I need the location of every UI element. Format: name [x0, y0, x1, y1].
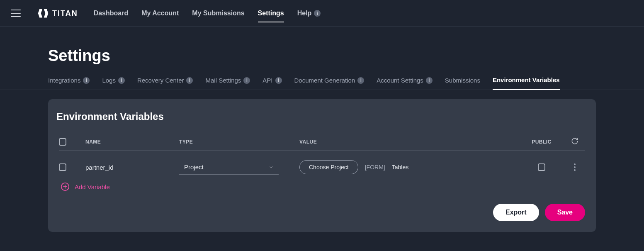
- info-icon: i: [357, 77, 364, 84]
- environment-variables-panel: Environment Variables NAME TYPE VALUE PU…: [48, 99, 596, 232]
- tab-environment-variables[interactable]: Environment Variables: [493, 76, 560, 90]
- table-row: partner_id Project Choose Project [FORM]…: [59, 151, 585, 181]
- row-menu-button[interactable]: [574, 163, 576, 171]
- form-tag: [FORM]: [365, 164, 385, 171]
- panel-footer: Export Save: [59, 204, 585, 221]
- tab-label: Integrations: [48, 77, 80, 84]
- env-var-table: NAME TYPE VALUE PUBLIC partner_id Projec…: [59, 137, 585, 181]
- tab-submissions[interactable]: Submissions: [445, 77, 480, 90]
- cell-name: partner_id: [85, 164, 179, 171]
- public-checkbox[interactable]: [538, 163, 545, 171]
- col-value: VALUE: [299, 139, 519, 145]
- tab-document-generation[interactable]: Document Generation i: [294, 77, 365, 90]
- logo-mark-icon: [37, 7, 49, 19]
- tab-label: API: [262, 77, 272, 84]
- hamburger-icon[interactable]: [11, 10, 21, 17]
- save-button[interactable]: Save: [545, 204, 585, 221]
- nav-label: Settings: [258, 10, 284, 17]
- nav-dashboard[interactable]: Dashboard: [94, 0, 129, 27]
- nav-help[interactable]: Help i: [297, 0, 321, 27]
- type-selected-value: Project: [184, 163, 204, 171]
- info-icon: i: [118, 77, 125, 84]
- form-name: Tables: [392, 164, 408, 171]
- topnav-items: Dashboard My Account My Submissions Sett…: [94, 0, 321, 27]
- tab-label: Recovery Center: [137, 77, 184, 84]
- tab-label: Submissions: [445, 77, 480, 84]
- nav-my-account[interactable]: My Account: [141, 0, 179, 27]
- col-public: PUBLIC: [519, 139, 564, 145]
- tab-recovery-center[interactable]: Recovery Center i: [137, 77, 193, 90]
- info-icon: i: [186, 77, 193, 84]
- page-content: Settings Integrations i Logs i Recovery …: [0, 27, 644, 232]
- chevron-down-icon: [269, 165, 274, 170]
- brand-name: TITAN: [52, 9, 78, 18]
- tab-label: Document Generation: [294, 77, 355, 84]
- tab-label: Mail Settings: [205, 77, 241, 84]
- info-icon: i: [426, 77, 433, 84]
- top-nav: TITAN Dashboard My Account My Submission…: [0, 0, 644, 27]
- nav-label: My Account: [141, 10, 179, 17]
- nav-label: Dashboard: [94, 10, 129, 17]
- settings-subtabs: Integrations i Logs i Recovery Center i …: [48, 76, 596, 90]
- select-all-checkbox[interactable]: [59, 138, 66, 146]
- page-title: Settings: [48, 47, 596, 65]
- brand-logo[interactable]: TITAN: [37, 7, 78, 19]
- nav-my-submissions[interactable]: My Submissions: [192, 0, 244, 27]
- add-variable-label: Add Variable: [75, 183, 110, 190]
- tab-account-settings[interactable]: Account Settings i: [377, 77, 433, 90]
- row-checkbox[interactable]: [59, 163, 66, 171]
- choose-project-button[interactable]: Choose Project: [299, 160, 358, 174]
- tab-label: Environment Variables: [493, 76, 560, 83]
- tab-mail-settings[interactable]: Mail Settings i: [205, 77, 250, 90]
- info-icon: i: [314, 10, 321, 17]
- plus-circle-icon: [61, 182, 70, 191]
- export-button[interactable]: Export: [493, 204, 539, 221]
- type-select[interactable]: Project: [179, 160, 279, 175]
- table-header: NAME TYPE VALUE PUBLIC: [59, 137, 585, 151]
- info-icon: i: [83, 77, 90, 84]
- nav-label: My Submissions: [192, 10, 244, 17]
- nav-label: Help: [297, 10, 312, 17]
- tab-label: Logs: [102, 77, 116, 84]
- info-icon: i: [243, 77, 250, 84]
- tab-logs[interactable]: Logs i: [102, 77, 125, 90]
- panel-title: Environment Variables: [56, 111, 585, 122]
- nav-settings[interactable]: Settings: [258, 0, 284, 27]
- add-variable-button[interactable]: Add Variable: [61, 182, 585, 191]
- tab-integrations[interactable]: Integrations i: [48, 77, 90, 90]
- info-icon: i: [275, 77, 282, 84]
- col-type: TYPE: [179, 139, 299, 145]
- cell-value: Choose Project [FORM] Tables: [299, 160, 519, 174]
- tab-api[interactable]: API i: [262, 77, 282, 90]
- refresh-icon[interactable]: [571, 137, 578, 145]
- tab-label: Account Settings: [377, 77, 423, 84]
- col-name: NAME: [85, 139, 179, 145]
